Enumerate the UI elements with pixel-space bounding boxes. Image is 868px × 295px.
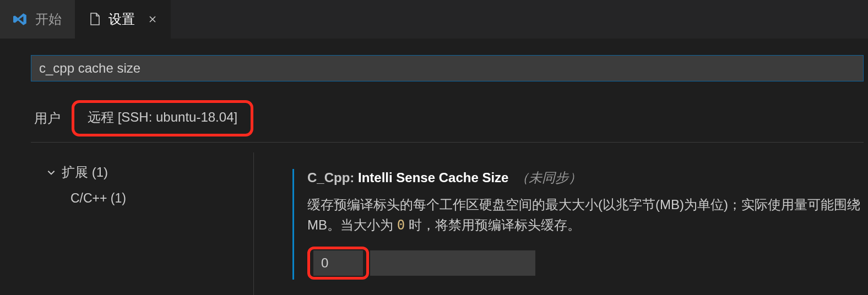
chevron-down-icon xyxy=(46,167,56,177)
scope-tab-remote[interactable]: 远程 [SSH: ubuntu-18.04] xyxy=(84,106,241,128)
settings-scope-row: 用户 远程 [SSH: ubuntu-18.04] xyxy=(31,100,864,143)
setting-value-input-extension[interactable] xyxy=(370,250,535,276)
annotation-highlight-value xyxy=(307,247,369,280)
tab-bar: 开始 设置 xyxy=(0,0,868,39)
tree-item-cpp[interactable]: C/C++ (1) xyxy=(70,191,246,206)
settings-content: C_Cpp: Intelli Sense Cache Size （未同步） 缓存… xyxy=(253,152,868,295)
setting-desc-part-c: 时，将禁用预编译标头缓存。 xyxy=(405,217,581,232)
vscode-icon xyxy=(13,12,28,26)
setting-value-input[interactable] xyxy=(313,250,363,276)
settings-search-input[interactable] xyxy=(31,55,864,81)
scope-tab-user[interactable]: 用户 xyxy=(31,107,64,129)
setting-title-note: （未同步） xyxy=(516,170,582,185)
tab-settings[interactable]: 设置 xyxy=(75,0,171,39)
setting-title: C_Cpp: Intelli Sense Cache Size （未同步） xyxy=(307,169,868,187)
setting-input-row xyxy=(307,247,868,280)
setting-desc-part-a: 缓存预编译标头的每个工作区硬盘空间的最大大小(以兆字节(MB)为单位)；实际使用… xyxy=(307,197,860,212)
settings-tree: 扩展 (1) C/C++ (1) xyxy=(31,152,246,295)
settings-editor: 用户 远程 [SSH: ubuntu-18.04] 扩展 (1) C/C++ (… xyxy=(0,39,868,295)
file-icon xyxy=(89,13,101,26)
tree-item-extensions[interactable]: 扩展 (1) xyxy=(46,163,246,181)
tab-start[interactable]: 开始 xyxy=(0,0,75,39)
tab-settings-label: 设置 xyxy=(109,10,135,28)
setting-title-name: Intelli Sense Cache Size xyxy=(358,170,508,185)
setting-title-prefix: C_Cpp: xyxy=(307,170,358,185)
tree-item-extensions-label: 扩展 (1) xyxy=(62,163,108,181)
setting-intellisense-cache-size: C_Cpp: Intelli Sense Cache Size （未同步） 缓存… xyxy=(292,169,868,280)
settings-search-wrap xyxy=(31,55,868,81)
setting-desc-part-b: MB。当大小为 xyxy=(307,217,397,232)
settings-main: 扩展 (1) C/C++ (1) C_Cpp: Intelli Sense Ca… xyxy=(31,152,868,295)
tab-start-label: 开始 xyxy=(35,10,62,28)
annotation-highlight-remote: 远程 [SSH: ubuntu-18.04] xyxy=(72,100,253,136)
close-icon[interactable] xyxy=(148,15,157,24)
setting-desc-zero: 0 xyxy=(397,217,405,233)
setting-description: 缓存预编译标头的每个工作区硬盘空间的最大大小(以兆字节(MB)为单位)；实际使用… xyxy=(307,194,868,236)
